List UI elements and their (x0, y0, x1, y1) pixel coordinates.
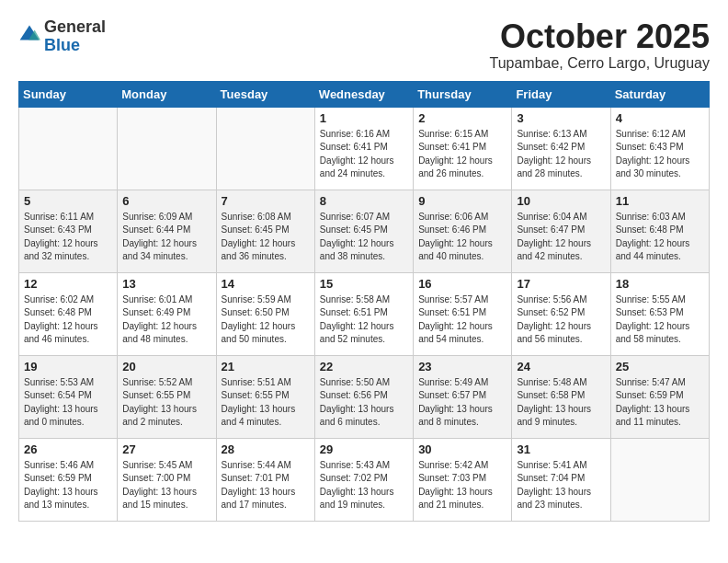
day-info: Sunrise: 6:02 AM Sunset: 6:48 PM Dayligh… (24, 293, 112, 347)
day-number: 5 (24, 194, 112, 208)
day-info: Sunrise: 6:09 AM Sunset: 6:44 PM Dayligh… (122, 211, 210, 264)
day-info: Sunrise: 5:44 AM Sunset: 7:01 PM Dayligh… (222, 459, 310, 512)
calendar-cell: 9Sunrise: 6:06 AM Sunset: 6:46 PM Daylig… (414, 190, 512, 272)
day-number: 1 (320, 111, 408, 125)
day-number: 18 (616, 277, 704, 291)
weekday-header-tuesday: Tuesday (216, 81, 314, 107)
day-number: 14 (222, 277, 310, 291)
calendar-cell: 2Sunrise: 6:15 AM Sunset: 6:41 PM Daylig… (414, 107, 512, 190)
calendar-cell (216, 107, 314, 190)
calendar-cell: 1Sunrise: 6:16 AM Sunset: 6:41 PM Daylig… (314, 107, 413, 190)
day-info: Sunrise: 6:15 AM Sunset: 6:41 PM Dayligh… (418, 128, 506, 181)
calendar-week-row: 19Sunrise: 5:53 AM Sunset: 6:54 PM Dayli… (19, 355, 710, 438)
day-number: 27 (122, 442, 210, 456)
logo-blue-text: Blue (44, 36, 80, 54)
day-info: Sunrise: 5:55 AM Sunset: 6:53 PM Dayligh… (616, 293, 704, 347)
location-subtitle: Tupambae, Cerro Largo, Uruguay (489, 55, 710, 72)
logo: General Blue (18, 18, 106, 55)
day-info: Sunrise: 6:08 AM Sunset: 6:45 PM Dayligh… (222, 211, 310, 264)
calendar-cell: 8Sunrise: 6:07 AM Sunset: 6:45 PM Daylig… (314, 190, 413, 272)
day-number: 10 (517, 194, 605, 208)
day-number: 2 (418, 111, 506, 125)
calendar-cell: 20Sunrise: 5:52 AM Sunset: 6:55 PM Dayli… (118, 355, 216, 438)
day-number: 29 (320, 442, 408, 456)
day-info: Sunrise: 5:47 AM Sunset: 6:59 PM Dayligh… (616, 376, 704, 430)
weekday-header-thursday: Thursday (414, 81, 512, 107)
day-number: 7 (222, 194, 310, 208)
calendar-cell: 15Sunrise: 5:58 AM Sunset: 6:51 PM Dayli… (314, 272, 413, 355)
calendar-cell: 29Sunrise: 5:43 AM Sunset: 7:02 PM Dayli… (314, 438, 413, 521)
day-number: 16 (418, 277, 506, 291)
day-number: 4 (616, 111, 704, 125)
calendar-cell: 31Sunrise: 5:41 AM Sunset: 7:04 PM Dayli… (512, 438, 610, 521)
day-info: Sunrise: 6:07 AM Sunset: 6:45 PM Dayligh… (320, 211, 408, 264)
day-info: Sunrise: 6:04 AM Sunset: 6:47 PM Dayligh… (517, 211, 605, 264)
day-number: 22 (320, 360, 408, 373)
day-info: Sunrise: 5:42 AM Sunset: 7:03 PM Dayligh… (418, 459, 506, 512)
day-info: Sunrise: 6:03 AM Sunset: 6:48 PM Dayligh… (616, 211, 704, 264)
day-info: Sunrise: 5:49 AM Sunset: 6:57 PM Dayligh… (418, 376, 506, 430)
day-info: Sunrise: 6:11 AM Sunset: 6:43 PM Dayligh… (24, 211, 112, 264)
day-info: Sunrise: 5:50 AM Sunset: 6:56 PM Dayligh… (320, 376, 408, 430)
day-number: 20 (122, 360, 210, 373)
day-number: 17 (517, 277, 605, 291)
calendar-cell: 30Sunrise: 5:42 AM Sunset: 7:03 PM Dayli… (414, 438, 512, 521)
day-number: 21 (222, 360, 310, 373)
calendar-table: SundayMondayTuesdayWednesdayThursdayFrid… (18, 81, 710, 522)
calendar-cell: 27Sunrise: 5:45 AM Sunset: 7:00 PM Dayli… (118, 438, 216, 521)
day-info: Sunrise: 5:53 AM Sunset: 6:54 PM Dayligh… (24, 376, 112, 430)
calendar-cell: 12Sunrise: 6:02 AM Sunset: 6:48 PM Dayli… (19, 272, 118, 355)
calendar-cell: 18Sunrise: 5:55 AM Sunset: 6:53 PM Dayli… (610, 272, 709, 355)
calendar-cell: 3Sunrise: 6:13 AM Sunset: 6:42 PM Daylig… (512, 107, 610, 190)
day-info: Sunrise: 6:01 AM Sunset: 6:49 PM Dayligh… (122, 293, 210, 347)
day-info: Sunrise: 5:48 AM Sunset: 6:58 PM Dayligh… (517, 376, 605, 430)
calendar-cell (118, 107, 216, 190)
day-number: 19 (24, 360, 112, 373)
weekday-header-monday: Monday (118, 81, 216, 107)
day-info: Sunrise: 5:52 AM Sunset: 6:55 PM Dayligh… (122, 376, 210, 430)
calendar-cell: 13Sunrise: 6:01 AM Sunset: 6:49 PM Dayli… (118, 272, 216, 355)
weekday-header-sunday: Sunday (19, 81, 118, 107)
calendar-cell: 23Sunrise: 5:49 AM Sunset: 6:57 PM Dayli… (414, 355, 512, 438)
weekday-header-friday: Friday (512, 81, 610, 107)
day-number: 30 (418, 442, 506, 456)
calendar-week-row: 12Sunrise: 6:02 AM Sunset: 6:48 PM Dayli… (19, 272, 710, 355)
day-info: Sunrise: 5:43 AM Sunset: 7:02 PM Dayligh… (320, 459, 408, 512)
day-number: 11 (616, 194, 704, 208)
day-info: Sunrise: 6:13 AM Sunset: 6:42 PM Dayligh… (517, 128, 605, 181)
day-number: 31 (517, 442, 605, 456)
page-header: General Blue October 2025 Tupambae, Cerr… (18, 18, 710, 72)
day-number: 9 (418, 194, 506, 208)
day-info: Sunrise: 5:45 AM Sunset: 7:00 PM Dayligh… (122, 459, 210, 512)
day-number: 8 (320, 194, 408, 208)
calendar-cell: 16Sunrise: 5:57 AM Sunset: 6:51 PM Dayli… (414, 272, 512, 355)
day-number: 26 (24, 442, 112, 456)
calendar-week-row: 26Sunrise: 5:46 AM Sunset: 6:59 PM Dayli… (19, 438, 710, 521)
logo-general-text: General (44, 17, 106, 36)
day-number: 6 (122, 194, 210, 208)
day-number: 12 (24, 277, 112, 291)
day-info: Sunrise: 5:57 AM Sunset: 6:51 PM Dayligh… (418, 293, 506, 347)
day-info: Sunrise: 5:41 AM Sunset: 7:04 PM Dayligh… (517, 459, 605, 512)
day-info: Sunrise: 5:56 AM Sunset: 6:52 PM Dayligh… (517, 293, 605, 347)
day-number: 13 (122, 277, 210, 291)
day-info: Sunrise: 5:46 AM Sunset: 6:59 PM Dayligh… (24, 459, 112, 512)
calendar-cell (19, 107, 118, 190)
day-info: Sunrise: 6:12 AM Sunset: 6:43 PM Dayligh… (616, 128, 704, 181)
calendar-cell: 4Sunrise: 6:12 AM Sunset: 6:43 PM Daylig… (610, 107, 709, 190)
day-number: 28 (222, 442, 310, 456)
calendar-cell: 22Sunrise: 5:50 AM Sunset: 6:56 PM Dayli… (314, 355, 413, 438)
day-number: 24 (517, 360, 605, 373)
calendar-cell: 25Sunrise: 5:47 AM Sunset: 6:59 PM Dayli… (610, 355, 709, 438)
day-number: 23 (418, 360, 506, 373)
calendar-cell: 21Sunrise: 5:51 AM Sunset: 6:55 PM Dayli… (216, 355, 314, 438)
day-number: 25 (616, 360, 704, 373)
calendar-cell: 11Sunrise: 6:03 AM Sunset: 6:48 PM Dayli… (610, 190, 709, 272)
calendar-cell: 17Sunrise: 5:56 AM Sunset: 6:52 PM Dayli… (512, 272, 610, 355)
calendar-cell: 14Sunrise: 5:59 AM Sunset: 6:50 PM Dayli… (216, 272, 314, 355)
calendar-cell: 5Sunrise: 6:11 AM Sunset: 6:43 PM Daylig… (19, 190, 118, 272)
day-info: Sunrise: 6:06 AM Sunset: 6:46 PM Dayligh… (418, 211, 506, 264)
day-info: Sunrise: 5:58 AM Sunset: 6:51 PM Dayligh… (320, 293, 408, 347)
calendar-week-row: 5Sunrise: 6:11 AM Sunset: 6:43 PM Daylig… (19, 190, 710, 272)
calendar-cell: 28Sunrise: 5:44 AM Sunset: 7:01 PM Dayli… (216, 438, 314, 521)
